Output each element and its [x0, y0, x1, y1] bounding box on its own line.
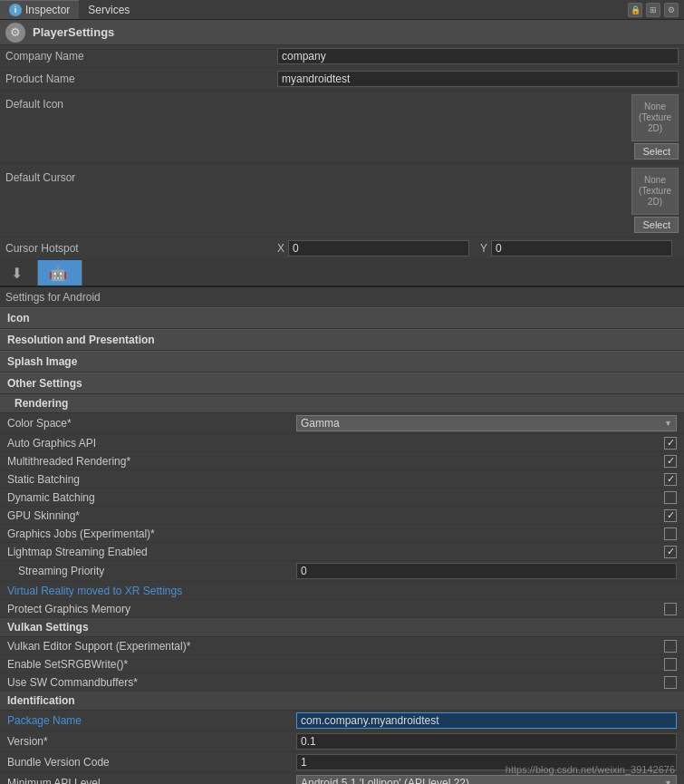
version-row: Version* [0, 731, 684, 752]
lightmap-streaming-label: Lightmap Streaming Enabled [7, 546, 664, 558]
vulkan-settings-header[interactable]: Vulkan Settings [0, 618, 684, 637]
tab-inspector-label: Inspector [25, 4, 70, 16]
protect-graphics-label: Protect Graphics Memory [7, 603, 664, 615]
default-cursor-select-button[interactable]: Select [634, 217, 679, 233]
multithreaded-rendering-row: Multithreaded Rendering* [0, 452, 684, 470]
tab-bar: i Inspector Services 🔒 ⊞ ⚙ [0, 0, 684, 20]
auto-graphics-row: Auto Graphics API [0, 434, 684, 452]
bundle-version-label: Bundle Version Code [7, 756, 296, 769]
multithreaded-rendering-label: Multithreaded Rendering* [7, 455, 664, 468]
default-icon-select-button[interactable]: Select [634, 143, 679, 160]
min-api-label: Minimum API Level [7, 777, 296, 784]
auto-graphics-label: Auto Graphics API [7, 437, 664, 450]
y-label: Y [480, 242, 487, 255]
product-name-input[interactable] [277, 71, 679, 87]
default-icon-preview-area: None (Texture 2D) Select [277, 94, 679, 160]
gpu-skinning-row: GPU Skinning* [0, 507, 684, 525]
lightmap-streaming-checkbox[interactable] [664, 546, 677, 558]
protect-graphics-checkbox[interactable] [664, 603, 677, 615]
package-name-row: Package Name [0, 711, 684, 731]
protect-graphics-row: Protect Graphics Memory [0, 600, 684, 618]
default-icon-label: Default Icon [5, 94, 277, 111]
vulkan-editor-support-row: Vulkan Editor Support (Experimental)* [0, 637, 684, 655]
default-icon-preview: None (Texture 2D) [631, 94, 679, 141]
graphics-jobs-label: Graphics Jobs (Experimental)* [7, 528, 664, 540]
graphics-jobs-checkbox[interactable] [664, 528, 677, 540]
other-settings-section-header[interactable]: Other Settings [0, 373, 684, 394]
min-api-value: Android 5.1 'Lollipop' (API level 22) [301, 777, 469, 784]
player-settings-icon: ⚙ [5, 23, 25, 43]
gpu-skinning-label: GPU Skinning* [7, 509, 664, 522]
static-batching-checkbox[interactable] [664, 473, 677, 486]
identification-header[interactable]: Identification [0, 692, 684, 711]
lock-button[interactable]: 🔒 [628, 3, 642, 17]
default-cursor-label: Default Cursor [5, 168, 277, 184]
multithreaded-rendering-checkbox[interactable] [664, 455, 677, 468]
cursor-hotspot-row: Cursor Hotspot X Y [0, 237, 684, 260]
srgb-write-row: Enable SetSRGBWrite()* [0, 655, 684, 673]
version-input[interactable] [296, 733, 677, 750]
streaming-priority-label: Streaming Priority [7, 565, 296, 577]
sw-commandbuffers-label: Use SW Commandbuffers* [7, 676, 664, 689]
vulkan-editor-support-checkbox[interactable] [664, 640, 677, 653]
min-api-row: Minimum API Level Android 5.1 'Lollipop'… [0, 773, 684, 784]
settings-for-android-label: Settings for Android [5, 291, 101, 304]
sw-commandbuffers-checkbox[interactable] [664, 676, 677, 689]
platform-tab-desktop[interactable]: ⬇ [0, 260, 38, 286]
x-label: X [277, 242, 284, 255]
graphics-jobs-row: Graphics Jobs (Experimental)* [0, 525, 684, 543]
platform-tab-android[interactable]: 🤖 [38, 260, 82, 286]
company-name-input[interactable] [277, 48, 679, 64]
icon-section-header[interactable]: Icon [0, 307, 684, 329]
product-name-label: Product Name [5, 73, 277, 85]
company-name-row: Company Name [0, 45, 684, 68]
default-cursor-preview-area: None (Texture 2D) Select [277, 168, 679, 233]
vr-link[interactable]: Virtual Reality moved to XR Settings [7, 585, 182, 597]
lightmap-streaming-row: Lightmap Streaming Enabled [0, 543, 684, 561]
more-button[interactable]: ⚙ [664, 3, 679, 17]
bundle-version-row: Bundle Version Code [0, 752, 684, 773]
window-controls: 🔒 ⊞ ⚙ [628, 3, 684, 17]
cursor-hotspot-y-field: Y [480, 240, 672, 256]
splash-section-header[interactable]: Splash Image [0, 351, 684, 373]
color-space-row: Color Space* Gamma ▼ [0, 413, 684, 434]
min-api-dropdown[interactable]: Android 5.1 'Lollipop' (API level 22) ▼ [296, 775, 677, 784]
settings-for-android-row: Settings for Android [0, 287, 684, 307]
rendering-subsection-header[interactable]: Rendering [0, 394, 684, 413]
vulkan-editor-support-label: Vulkan Editor Support (Experimental)* [7, 640, 664, 653]
cursor-hotspot-x-input[interactable] [288, 240, 469, 256]
inspector-icon: i [9, 4, 22, 16]
package-name-label: Package Name [7, 714, 296, 727]
dynamic-batching-label: Dynamic Batching [7, 491, 664, 504]
vr-link-row: Virtual Reality moved to XR Settings [0, 582, 684, 600]
platform-bar: ⬇ 🤖 [0, 260, 684, 287]
split-view-button[interactable]: ⊞ [646, 3, 660, 17]
android-platform-icon: 🤖 [49, 265, 67, 282]
color-space-dropdown[interactable]: Gamma ▼ [296, 415, 677, 431]
default-cursor-preview: None (Texture 2D) [631, 168, 679, 215]
streaming-priority-input[interactable] [296, 563, 677, 579]
gpu-skinning-checkbox[interactable] [664, 509, 677, 522]
tab-services[interactable]: Services [79, 0, 139, 19]
desktop-platform-icon: ⬇ [11, 265, 23, 282]
cursor-hotspot-x-field: X [277, 240, 469, 256]
default-cursor-row: Default Cursor None (Texture 2D) Select [0, 164, 684, 237]
bundle-version-input[interactable] [296, 754, 677, 770]
tab-services-label: Services [88, 4, 130, 16]
cursor-hotspot-y-input[interactable] [491, 240, 672, 256]
color-space-value: Gamma [301, 417, 340, 430]
package-name-input[interactable] [296, 712, 677, 729]
streaming-priority-row: Streaming Priority [0, 561, 684, 582]
min-api-arrow: ▼ [664, 779, 672, 784]
default-icon-row: Default Icon None (Texture 2D) Select [0, 91, 684, 164]
product-name-row: Product Name [0, 68, 684, 91]
player-settings-title: PlayerSettings [33, 25, 114, 39]
resolution-section-header[interactable]: Resolution and Presentation [0, 329, 684, 351]
version-label: Version* [7, 735, 296, 748]
auto-graphics-checkbox[interactable] [664, 437, 677, 450]
static-batching-label: Static Batching [7, 473, 664, 486]
srgb-write-checkbox[interactable] [664, 658, 677, 671]
tab-inspector[interactable]: i Inspector [0, 0, 79, 19]
static-batching-row: Static Batching [0, 470, 684, 489]
dynamic-batching-checkbox[interactable] [664, 491, 677, 504]
